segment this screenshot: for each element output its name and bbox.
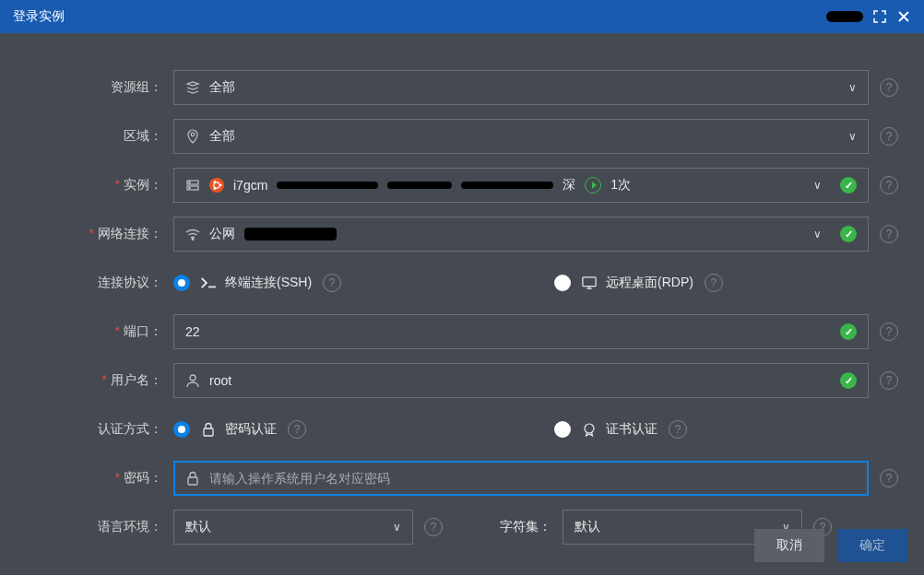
password-input[interactable]: [209, 463, 857, 494]
chevron-down-icon: ∨: [848, 130, 857, 143]
help-icon[interactable]: ?: [880, 78, 898, 97]
chevron-down-icon: ∨: [848, 81, 857, 94]
region-value: 全部: [209, 128, 235, 145]
redacted-area: [826, 11, 863, 22]
region-select[interactable]: 全部 ∨: [173, 119, 869, 154]
svg-point-10: [192, 239, 194, 241]
protocol-rdp-label: 远程桌面(RDP): [606, 275, 693, 291]
chevron-down-icon: ∨: [813, 179, 822, 192]
row-port: *端口： ?: [26, 314, 898, 349]
validation-ok-icon: [840, 323, 857, 340]
help-icon[interactable]: ?: [880, 323, 898, 341]
help-icon[interactable]: ?: [288, 420, 306, 439]
validation-ok-icon: [840, 372, 857, 389]
auth-method-label: 认证方式：: [26, 421, 173, 438]
resource-group-value: 全部: [209, 79, 235, 96]
svg-point-4: [189, 187, 190, 188]
svg-rect-15: [188, 477, 197, 485]
resource-group-label: 资源组：: [26, 79, 173, 96]
auth-cert-label: 证书认证: [606, 421, 657, 438]
row-protocol: 连接协议： 终端连接(SSH) ? 远程桌面(RDP): [26, 265, 898, 300]
close-icon[interactable]: [896, 9, 911, 24]
help-icon[interactable]: ?: [880, 469, 898, 487]
protocol-label: 连接协议：: [26, 275, 173, 291]
port-input-wrapper: [173, 314, 869, 349]
network-label: *网络连接：: [26, 226, 173, 242]
stack-icon: [185, 80, 200, 95]
fullscreen-icon[interactable]: [872, 9, 887, 24]
username-input-wrapper: [173, 363, 869, 398]
svg-rect-11: [583, 277, 596, 287]
instance-select[interactable]: i7gcm 深 1次 ∨: [173, 168, 869, 203]
validation-ok-icon: [840, 226, 857, 242]
row-region: 区域： 全部 ∨ ?: [26, 119, 898, 154]
row-password: *密码： ?: [26, 461, 898, 496]
certificate-icon: [582, 422, 597, 437]
server-icon: [185, 178, 200, 193]
user-icon: [185, 373, 200, 388]
help-icon[interactable]: ?: [880, 176, 898, 194]
password-label: *密码：: [26, 470, 173, 487]
dialog-title: 登录实例: [13, 8, 65, 25]
help-icon[interactable]: ?: [880, 127, 898, 146]
instance-label: *实例：: [26, 177, 173, 194]
instance-region-char: 深: [563, 177, 575, 194]
svg-point-3: [189, 182, 190, 182]
titlebar-actions: [826, 9, 911, 24]
lock-icon: [185, 471, 200, 486]
location-pin-icon: [185, 129, 200, 144]
redacted-area: [244, 228, 337, 241]
help-icon[interactable]: ?: [323, 274, 341, 292]
confirm-button[interactable]: 确定: [837, 529, 907, 562]
network-select[interactable]: 公网 ∨: [173, 217, 869, 252]
svg-point-8: [214, 181, 217, 183]
svg-point-12: [190, 375, 195, 381]
row-network: *网络连接： 公网 ∨ ?: [26, 217, 898, 252]
help-icon[interactable]: ?: [880, 225, 898, 243]
help-icon[interactable]: ?: [880, 371, 898, 390]
titlebar: 登录实例: [0, 0, 924, 33]
lock-icon: [201, 422, 216, 437]
ubuntu-os-icon: [209, 178, 224, 193]
region-label: 区域：: [26, 128, 173, 145]
username-input[interactable]: [209, 373, 831, 388]
row-username: *用户名： ?: [26, 363, 898, 398]
help-icon[interactable]: ?: [669, 420, 687, 439]
cancel-button[interactable]: 取消: [754, 529, 824, 562]
redacted-area: [387, 182, 452, 189]
protocol-rdp-radio[interactable]: [554, 275, 571, 291]
auth-password-label: 密码认证: [225, 421, 277, 438]
row-resource-group: 资源组： 全部 ∨ ?: [26, 70, 898, 105]
auth-password-radio[interactable]: [173, 421, 190, 438]
redacted-area: [277, 182, 378, 189]
svg-point-7: [219, 184, 222, 187]
login-form: 资源组： 全部 ∨ ? 区域： 全部: [0, 33, 924, 545]
chevron-down-icon: ∨: [813, 228, 822, 241]
port-label: *端口：: [26, 323, 173, 340]
network-value: 公网: [209, 226, 235, 242]
svg-point-0: [191, 133, 195, 136]
row-auth-method: 认证方式： 密码认证 ? 证书认证: [26, 412, 898, 447]
protocol-ssh-label: 终端连接(SSH): [225, 275, 312, 291]
svg-point-5: [209, 178, 224, 193]
protocol-ssh-radio[interactable]: [173, 275, 190, 291]
running-status-icon: [585, 177, 601, 194]
svg-rect-13: [204, 428, 213, 436]
svg-point-14: [585, 424, 594, 433]
dialog-footer: 取消 确定: [0, 516, 924, 575]
instance-count: 1次: [610, 177, 631, 194]
desktop-icon: [582, 276, 597, 290]
username-label: *用户名：: [26, 372, 173, 389]
port-input[interactable]: [185, 315, 831, 348]
auth-cert-radio[interactable]: [554, 421, 571, 438]
terminal-icon: [201, 276, 216, 290]
row-instance: *实例： i7gcm 深 1次: [26, 168, 898, 203]
svg-point-9: [214, 187, 217, 190]
resource-group-select[interactable]: 全部 ∨: [173, 70, 869, 105]
instance-id-prefix: i7gcm: [233, 178, 267, 193]
password-input-wrapper: [173, 461, 869, 496]
help-icon[interactable]: ?: [705, 274, 723, 292]
redacted-area: [461, 182, 553, 189]
validation-ok-icon: [840, 177, 857, 194]
wifi-icon: [185, 227, 200, 241]
